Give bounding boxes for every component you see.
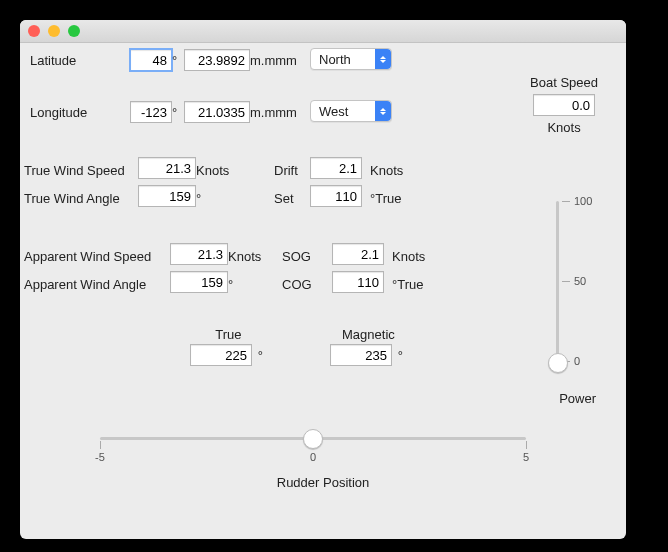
longitude-deg-field[interactable] xyxy=(130,101,172,123)
latitude-hemi-select[interactable]: North xyxy=(310,48,392,70)
set-label: Set xyxy=(274,191,294,206)
heading-true-label: True xyxy=(190,327,267,342)
rudder-slider-track: -5 0 5 xyxy=(100,437,526,440)
latitude-min-field[interactable] xyxy=(184,49,250,71)
content-area: Latitude ° m.mmm North Longitude ° m.mmm… xyxy=(20,43,626,539)
tws-label: True Wind Speed xyxy=(24,163,125,178)
drift-unit: Knots xyxy=(370,163,403,178)
power-label: Power xyxy=(559,391,596,406)
zoom-icon[interactable] xyxy=(68,25,80,37)
latitude-deg-field[interactable] xyxy=(130,49,172,71)
latitude-label: Latitude xyxy=(30,53,76,68)
rudder-tick-5: 5 xyxy=(526,441,527,449)
set-unit: °True xyxy=(370,191,401,206)
cog-label: COG xyxy=(282,277,312,292)
boat-speed-field[interactable] xyxy=(533,94,595,116)
sog-label: SOG xyxy=(282,249,311,264)
heading-mag-group: Magnetic ° xyxy=(330,327,407,366)
sog-unit: Knots xyxy=(392,249,425,264)
awa-field[interactable] xyxy=(170,271,228,293)
twa-label: True Wind Angle xyxy=(24,191,120,206)
latitude-hemi-value: North xyxy=(319,52,351,67)
awa-unit: ° xyxy=(228,277,233,292)
sog-field[interactable] xyxy=(332,243,384,265)
rudder-slider[interactable]: -5 0 5 xyxy=(100,437,526,440)
longitude-hemi-value: West xyxy=(319,104,348,119)
aws-field[interactable] xyxy=(170,243,228,265)
twa-unit: ° xyxy=(196,191,201,206)
cog-field[interactable] xyxy=(332,271,384,293)
titlebar xyxy=(20,20,626,43)
power-tick-100: 100 xyxy=(562,201,570,202)
set-field[interactable] xyxy=(310,185,362,207)
heading-true-group: True ° xyxy=(190,327,267,366)
heading-true-unit: ° xyxy=(258,348,263,363)
rudder-label: Rudder Position xyxy=(20,475,626,490)
cog-unit: °True xyxy=(392,277,423,292)
power-slider-knob[interactable] xyxy=(548,353,568,373)
boat-speed-unit: Knots xyxy=(530,120,598,135)
awa-label: Apparent Wind Angle xyxy=(24,277,146,292)
twa-field[interactable] xyxy=(138,185,196,207)
power-slider-track xyxy=(556,201,559,369)
tws-field[interactable] xyxy=(138,157,196,179)
rudder-tick-neg5: -5 xyxy=(100,441,101,449)
boat-speed-title: Boat Speed xyxy=(530,75,598,90)
rudder-slider-knob[interactable] xyxy=(303,429,323,449)
chevron-updown-icon xyxy=(375,49,391,69)
drift-field[interactable] xyxy=(310,157,362,179)
heading-mag-label: Magnetic xyxy=(330,327,407,342)
drift-label: Drift xyxy=(274,163,298,178)
heading-mag-unit: ° xyxy=(398,348,403,363)
longitude-label: Longitude xyxy=(30,105,87,120)
latitude-deg-symbol: ° xyxy=(172,53,177,68)
aws-label: Apparent Wind Speed xyxy=(24,249,151,264)
latitude-min-unit: m.mmm xyxy=(250,53,297,68)
longitude-hemi-select[interactable]: West xyxy=(310,100,392,122)
longitude-deg-symbol: ° xyxy=(172,105,177,120)
app-window: Latitude ° m.mmm North Longitude ° m.mmm… xyxy=(20,20,626,539)
longitude-min-field[interactable] xyxy=(184,101,250,123)
tws-unit: Knots xyxy=(196,163,229,178)
heading-mag-field[interactable] xyxy=(330,344,392,366)
close-icon[interactable] xyxy=(28,25,40,37)
power-tick-50: 50 xyxy=(562,281,570,282)
power-slider[interactable]: 100 50 0 xyxy=(552,195,600,375)
aws-unit: Knots xyxy=(228,249,261,264)
minimize-icon[interactable] xyxy=(48,25,60,37)
longitude-min-unit: m.mmm xyxy=(250,105,297,120)
chevron-updown-icon xyxy=(375,101,391,121)
heading-true-field[interactable] xyxy=(190,344,252,366)
boat-speed-group: Boat Speed Knots xyxy=(530,75,598,135)
